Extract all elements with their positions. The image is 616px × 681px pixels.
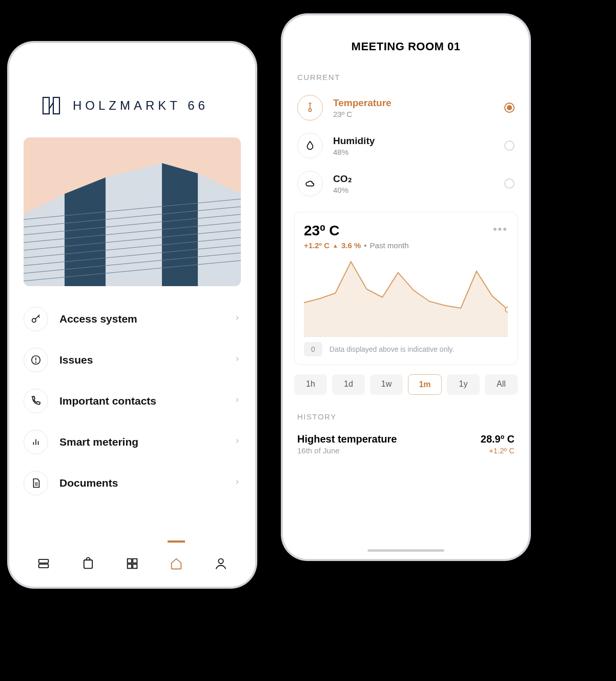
metric-name: CO₂ — [333, 173, 494, 185]
cloud-icon — [297, 171, 323, 196]
menu-list: Access system Issues Important contacts … — [9, 286, 255, 504]
section-label-current: CURRENT — [283, 68, 529, 89]
bar-chart-icon — [24, 430, 48, 454]
tab-list[interactable] — [30, 550, 57, 577]
svg-point-17 — [32, 318, 36, 322]
metric-row-co2[interactable]: CO₂ 40% — [283, 165, 529, 203]
history-section: Highest temperature 16th of June 28.9º C… — [283, 428, 529, 475]
range-tab-1w[interactable]: 1w — [370, 374, 403, 395]
range-tab-all[interactable]: All — [485, 374, 518, 395]
metric-value: 48% — [333, 148, 494, 156]
svg-point-36 — [309, 109, 312, 112]
chevron-right-icon — [234, 314, 241, 324]
svg-rect-28 — [39, 559, 49, 563]
history-label: Highest temperature — [297, 433, 397, 445]
page-title: MEETING ROOM 01 — [283, 15, 529, 68]
svg-point-35 — [218, 559, 223, 564]
range-tab-1m[interactable]: 1m — [408, 374, 442, 395]
phone-home: HOLZMARKT 66 Access syst — [9, 43, 255, 587]
alert-circle-icon — [24, 348, 48, 372]
section-label-history: HISTORY — [283, 395, 529, 428]
svg-marker-4 — [65, 177, 106, 286]
hero-image — [24, 137, 241, 286]
logo-icon — [40, 94, 63, 117]
more-options-button[interactable]: ••• — [493, 223, 508, 236]
metric-name: Humidity — [333, 135, 494, 147]
metric-text: Temperature 23º C — [333, 97, 494, 118]
history-delta: +1.2º C — [481, 446, 515, 455]
chart-card: 23º C +1.2º C ▲ 3.6 % • Past month ••• 0… — [294, 212, 518, 365]
phone-room-detail: MEETING ROOM 01 CURRENT Temperature 23º … — [283, 15, 529, 559]
document-icon — [24, 471, 48, 495]
menu-item-label: Issues — [59, 354, 222, 366]
tab-profile[interactable] — [207, 550, 235, 577]
menu-item-contacts[interactable]: Important contacts — [24, 380, 241, 422]
svg-rect-31 — [128, 559, 132, 563]
menu-item-issues[interactable]: Issues — [24, 339, 241, 380]
delta-value: +1.2º C — [304, 241, 330, 250]
baseline-zero: 0 — [304, 342, 322, 356]
dot-separator: • — [364, 241, 366, 250]
app-header: HOLZMARKT 66 — [9, 43, 255, 137]
phone-icon — [24, 389, 48, 413]
metric-row-temperature[interactable]: Temperature 23º C — [283, 89, 529, 127]
history-date: 16th of June — [297, 446, 397, 455]
home-indicator — [367, 549, 444, 552]
metric-row-humidity[interactable]: Humidity 48% — [283, 127, 529, 165]
menu-item-smart-metering[interactable]: Smart metering — [24, 422, 241, 463]
menu-item-label: Access system — [59, 313, 222, 325]
chevron-right-icon — [234, 355, 241, 365]
svg-line-19 — [38, 316, 40, 318]
metric-text: Humidity 48% — [333, 135, 494, 156]
chart-big-value: 23º C — [304, 223, 408, 239]
svg-rect-30 — [84, 560, 92, 568]
chevron-right-icon — [234, 478, 241, 488]
menu-item-access-system[interactable]: Access system — [24, 298, 241, 339]
logo-text: HOLZMARKT 66 — [73, 98, 209, 113]
thermometer-icon — [297, 95, 323, 121]
history-row-highest-temperature[interactable]: Highest temperature 16th of June 28.9º C… — [297, 428, 515, 455]
radio-unselected[interactable] — [504, 141, 515, 151]
svg-rect-0 — [43, 97, 49, 114]
svg-rect-29 — [39, 564, 49, 568]
range-tab-1h[interactable]: 1h — [294, 374, 327, 395]
metric-text: CO₂ 40% — [333, 173, 494, 194]
key-icon — [24, 307, 48, 331]
chevron-right-icon — [234, 396, 241, 406]
svg-rect-1 — [53, 97, 59, 114]
svg-rect-33 — [128, 564, 132, 568]
menu-item-label: Smart metering — [59, 436, 222, 448]
metric-value: 40% — [333, 186, 494, 194]
tab-home[interactable] — [162, 550, 190, 577]
menu-item-label: Documents — [59, 477, 222, 489]
chart-delta-row: +1.2º C ▲ 3.6 % • Past month — [304, 241, 408, 250]
svg-marker-3 — [24, 194, 65, 286]
delta-period: Past month — [370, 241, 409, 250]
range-tabs: 1h 1d 1w 1m 1y All — [283, 365, 529, 395]
metric-value: 23º C — [333, 110, 494, 118]
metric-name: Temperature — [333, 97, 494, 109]
radio-selected[interactable] — [504, 103, 515, 113]
chevron-right-icon — [234, 437, 241, 447]
line-chart — [304, 255, 508, 337]
menu-item-label: Important contacts — [59, 395, 222, 407]
delta-percent: 3.6 % — [341, 241, 361, 250]
range-tab-1y[interactable]: 1y — [447, 374, 480, 395]
chart-disclaimer: Data displayed above is indicative only. — [330, 345, 454, 353]
tab-grid[interactable] — [118, 550, 146, 577]
svg-point-22 — [36, 362, 36, 363]
bottom-tabbar — [9, 540, 255, 587]
menu-item-documents[interactable]: Documents — [24, 463, 241, 504]
droplet-icon — [297, 133, 323, 158]
range-tab-1d[interactable]: 1d — [332, 374, 365, 395]
svg-rect-32 — [133, 559, 137, 563]
svg-rect-34 — [133, 564, 137, 568]
history-value: 28.9º C — [481, 433, 515, 445]
triangle-up-icon: ▲ — [333, 243, 338, 249]
svg-marker-7 — [198, 173, 241, 286]
svg-line-2 — [49, 103, 53, 109]
tab-shop[interactable] — [74, 550, 102, 577]
chart-baseline-row: 0 Data displayed above is indicative onl… — [304, 342, 508, 356]
svg-point-38 — [505, 307, 508, 312]
radio-unselected[interactable] — [504, 178, 515, 189]
